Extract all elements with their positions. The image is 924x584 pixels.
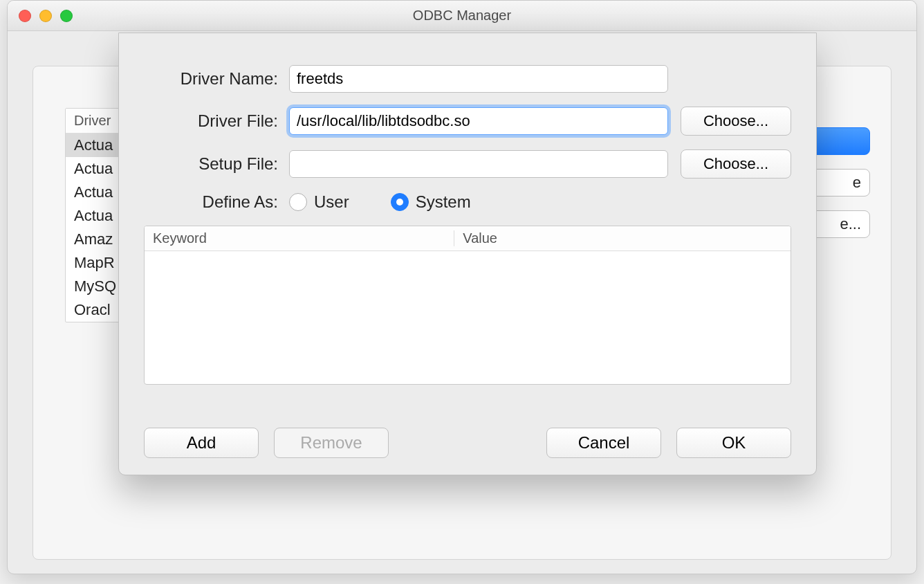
choose-setup-file-button[interactable]: Choose...	[681, 149, 791, 179]
traffic-lights	[8, 10, 73, 22]
dialog-buttons: Add Remove Cancel OK	[144, 428, 791, 458]
setup-file-label: Setup File:	[144, 154, 289, 174]
radio-icon	[391, 193, 409, 211]
define-as-group: User System	[289, 192, 471, 212]
setup-file-field[interactable]	[289, 150, 668, 178]
driver-name-label: Driver Name:	[144, 69, 289, 89]
minimize-icon[interactable]	[39, 10, 52, 22]
kv-header: Keyword Value	[145, 226, 791, 251]
kv-header-keyword: Keyword	[145, 230, 454, 246]
odbc-manager-window: ODBC Manager Driver Actua Actua Actua Ac…	[7, 0, 917, 574]
define-as-label: Define As:	[144, 192, 289, 212]
radio-label: System	[416, 192, 471, 212]
radio-icon	[289, 193, 307, 211]
zoom-icon[interactable]	[60, 10, 73, 22]
driver-file-label: Driver File:	[144, 111, 289, 131]
side-button-primary[interactable]	[808, 127, 870, 155]
kv-header-value: Value	[454, 230, 791, 246]
choose-driver-file-button[interactable]: Choose...	[681, 107, 791, 136]
close-icon[interactable]	[19, 10, 31, 22]
titlebar: ODBC Manager	[8, 1, 916, 31]
driver-name-field[interactable]	[289, 65, 668, 93]
side-buttons: e e...	[808, 127, 870, 238]
window-title: ODBC Manager	[8, 8, 916, 24]
cancel-button[interactable]: Cancel	[546, 428, 661, 458]
remove-button: Remove	[274, 428, 389, 458]
side-button[interactable]: e	[808, 169, 870, 197]
driver-dialog: Driver Name: Driver File: Choose... Setu…	[118, 33, 817, 475]
ok-button[interactable]: OK	[676, 428, 791, 458]
keyword-value-table[interactable]: Keyword Value	[144, 226, 791, 385]
radio-label: User	[314, 192, 349, 212]
define-as-user[interactable]: User	[289, 192, 349, 212]
add-button[interactable]: Add	[144, 428, 259, 458]
define-as-system[interactable]: System	[391, 192, 471, 212]
driver-file-field[interactable]	[289, 107, 668, 135]
side-button[interactable]: e...	[808, 210, 870, 238]
